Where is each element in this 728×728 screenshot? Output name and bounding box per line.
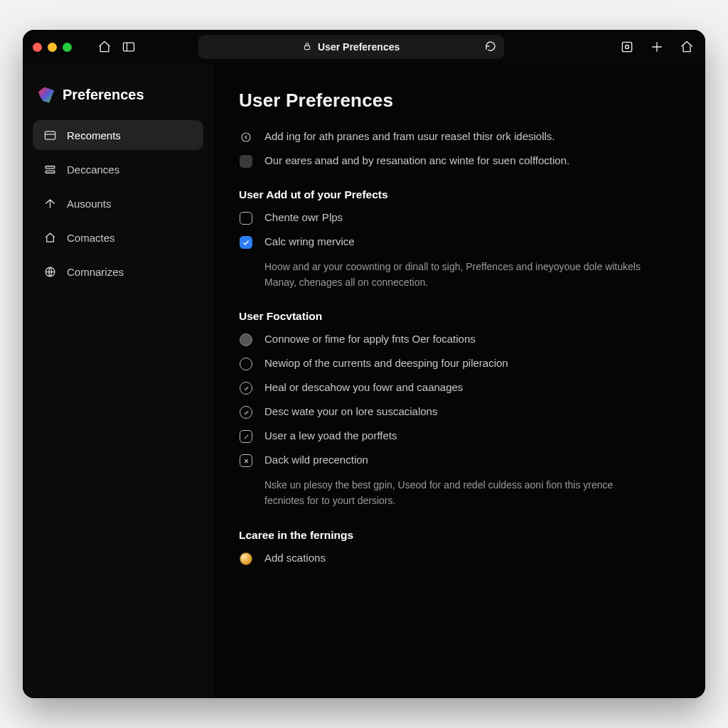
- option-label: Dack wild precenction: [264, 454, 368, 466]
- option-label: Newiop of the currents and deesping four…: [264, 357, 508, 369]
- svg-rect-9: [46, 166, 55, 168]
- main-content: User Preferences Add ing for ath pranes …: [213, 64, 705, 698]
- app-logo-icon: [38, 87, 54, 103]
- checkbox-unchecked-icon[interactable]: [240, 212, 252, 225]
- option-label: Calc wring mervice: [264, 235, 355, 247]
- svg-rect-10: [46, 171, 55, 173]
- home-up-icon: [43, 196, 57, 210]
- option-desc-wate[interactable]: Desc wate your on lore suscacialons: [239, 405, 675, 419]
- app-body: Preferences Recoments Deccances Ausounts: [23, 64, 705, 698]
- sidebar-item-label: Recoments: [67, 129, 121, 141]
- sidebar: Preferences Recoments Deccances Ausounts: [23, 64, 213, 698]
- home-button[interactable]: [96, 38, 113, 55]
- maximize-window-button[interactable]: [63, 43, 72, 52]
- svg-rect-7: [45, 131, 55, 139]
- lock-icon: [302, 41, 312, 53]
- intro-text: Our eares anad and by resanation anc win…: [264, 154, 569, 166]
- app-window: User Preferences Preferences: [23, 30, 705, 698]
- square-edit-icon[interactable]: [240, 430, 252, 443]
- emoji-icon: [240, 552, 252, 565]
- svg-point-4: [625, 46, 628, 49]
- sidebar-toggle-button[interactable]: [120, 38, 137, 55]
- section-title: Lcaree in the fernings: [239, 529, 675, 542]
- option-newiop[interactable]: Newiop of the currents and deesping four…: [239, 357, 675, 371]
- round-check-icon[interactable]: [240, 406, 252, 419]
- svg-rect-0: [124, 43, 134, 51]
- sidebar-item-label: Ausounts: [67, 198, 112, 210]
- option-user-lew[interactable]: User a lew yoad the porffets: [239, 429, 675, 444]
- address-title: User Preferences: [318, 41, 400, 53]
- brand: Preferences: [33, 82, 203, 116]
- section-title: User Add ut of your Prefects: [239, 188, 675, 201]
- arrow-circle-icon: [239, 130, 253, 144]
- checkbox-checked-icon[interactable]: [240, 236, 252, 249]
- intro-text: Add ing for ath pranes and fram usur rea…: [264, 130, 555, 142]
- titlebar: User Preferences: [23, 30, 705, 64]
- option-label: Connowe or fime for apply fnts Oer focat…: [264, 333, 476, 345]
- sidebar-item-ausounts[interactable]: Ausounts: [33, 188, 203, 218]
- sidebar-item-comnarizes[interactable]: Comnarizes: [33, 257, 203, 287]
- intro-row: Add ing for ath pranes and fram usur rea…: [239, 130, 675, 144]
- option-label: Desc wate your on lore suscacialons: [264, 405, 437, 417]
- section-title: User Focvtation: [239, 310, 675, 323]
- titlebar-right: [619, 38, 695, 55]
- option-label: User a lew yoad the porffets: [264, 429, 397, 441]
- option-heal[interactable]: Heal or descahow you fowr and caanages: [239, 381, 675, 395]
- house-icon: [43, 230, 57, 245]
- round-check-icon[interactable]: [240, 382, 252, 395]
- option-label: Chente owr Plps: [264, 211, 343, 223]
- option-label: Heal or descahow you fowr and caanages: [264, 381, 463, 393]
- section-description: Hoow and ar your coownting or dinall to …: [264, 259, 648, 290]
- close-window-button[interactable]: [33, 43, 42, 52]
- sidebar-item-comactes[interactable]: Comactes: [33, 223, 203, 252]
- option-calc-wring-mervice[interactable]: Calc wring mervice: [239, 235, 675, 250]
- reload-icon[interactable]: [484, 40, 497, 55]
- section-description: Nske un plesoy the best gpin, Useod for …: [264, 478, 648, 508]
- sidebar-item-label: Deccances: [67, 164, 119, 176]
- sidebar-item-label: Comactes: [67, 232, 115, 244]
- page-title: User Preferences: [239, 90, 675, 112]
- svg-point-14: [242, 133, 250, 141]
- option-chente-owr-plps[interactable]: Chente owr Plps: [239, 211, 675, 225]
- stack-icon: [43, 162, 57, 176]
- square-x-icon[interactable]: [240, 454, 252, 467]
- option-add-scations[interactable]: Add scations: [239, 552, 675, 566]
- bookmark-button[interactable]: [678, 38, 695, 55]
- sidebar-item-deccances[interactable]: Deccances: [33, 154, 203, 184]
- svg-rect-3: [622, 42, 631, 51]
- extensions-button[interactable]: [619, 38, 636, 55]
- square-icon: [239, 154, 253, 168]
- brand-title: Preferences: [63, 87, 144, 103]
- option-connowe[interactable]: Connowe or fime for apply fnts Oer focat…: [239, 333, 675, 347]
- sidebar-item-recoments[interactable]: Recoments: [33, 120, 203, 150]
- radio-filled-icon[interactable]: [240, 333, 252, 346]
- address-bar[interactable]: User Preferences: [198, 35, 504, 59]
- list-icon: [43, 128, 57, 142]
- intro-row: Our eares anad and by resanation anc win…: [239, 154, 675, 168]
- globe-icon: [43, 264, 57, 279]
- option-label: Add scations: [264, 552, 326, 564]
- radio-icon[interactable]: [240, 358, 252, 370]
- svg-rect-2: [305, 46, 310, 49]
- new-tab-button[interactable]: [648, 38, 665, 55]
- window-controls: [33, 43, 72, 52]
- option-dack-wild[interactable]: Dack wild precenction: [239, 454, 675, 468]
- minimize-window-button[interactable]: [48, 43, 57, 52]
- sidebar-item-label: Comnarizes: [67, 266, 124, 278]
